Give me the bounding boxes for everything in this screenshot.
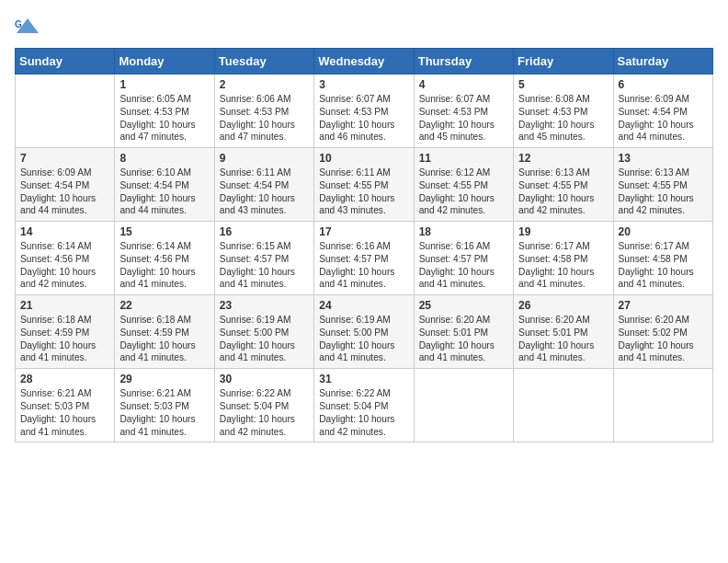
calendar-cell: 23Sunrise: 6:19 AM Sunset: 5:00 PM Dayli… [214, 295, 313, 369]
calendar-cell: 7Sunrise: 6:09 AM Sunset: 4:54 PM Daylig… [16, 148, 115, 222]
calendar-header-row: SundayMondayTuesdayWednesdayThursdayFrid… [16, 49, 713, 75]
day-info: Sunrise: 6:22 AM Sunset: 5:04 PM Dayligh… [220, 387, 309, 438]
calendar-cell: 27Sunrise: 6:20 AM Sunset: 5:02 PM Dayli… [613, 295, 712, 369]
calendar-cell: 19Sunrise: 6:17 AM Sunset: 4:58 PM Dayli… [514, 222, 613, 295]
calendar-week-row: 14Sunrise: 6:14 AM Sunset: 4:56 PM Dayli… [16, 222, 713, 295]
day-info: Sunrise: 6:13 AM Sunset: 4:55 PM Dayligh… [518, 167, 608, 217]
calendar-cell: 26Sunrise: 6:20 AM Sunset: 5:01 PM Dayli… [514, 295, 613, 369]
day-number: 7 [20, 152, 109, 165]
day-info: Sunrise: 6:20 AM Sunset: 5:01 PM Dayligh… [419, 314, 508, 364]
day-info: Sunrise: 6:21 AM Sunset: 5:03 PM Dayligh… [119, 387, 209, 438]
calendar-cell: 1Sunrise: 6:05 AM Sunset: 4:53 PM Daylig… [115, 75, 214, 148]
day-number: 24 [319, 299, 408, 312]
calendar-cell: 14Sunrise: 6:14 AM Sunset: 4:56 PM Dayli… [16, 222, 115, 295]
day-info: Sunrise: 6:17 AM Sunset: 4:58 PM Dayligh… [619, 240, 708, 291]
day-number: 26 [518, 299, 608, 312]
day-info: Sunrise: 6:19 AM Sunset: 5:00 PM Dayligh… [319, 314, 408, 364]
day-number: 15 [119, 225, 209, 238]
day-info: Sunrise: 6:07 AM Sunset: 4:53 PM Dayligh… [419, 93, 508, 144]
day-info: Sunrise: 6:07 AM Sunset: 4:53 PM Dayligh… [319, 93, 408, 144]
day-info: Sunrise: 6:12 AM Sunset: 4:55 PM Dayligh… [419, 167, 508, 217]
day-info: Sunrise: 6:11 AM Sunset: 4:54 PM Dayligh… [220, 167, 309, 217]
day-of-week-header: Friday [514, 49, 613, 75]
day-info: Sunrise: 6:18 AM Sunset: 4:59 PM Dayligh… [20, 314, 109, 364]
day-info: Sunrise: 6:22 AM Sunset: 5:04 PM Dayligh… [319, 387, 408, 438]
calendar-week-row: 1Sunrise: 6:05 AM Sunset: 4:53 PM Daylig… [16, 75, 713, 148]
day-number: 29 [119, 373, 209, 385]
day-number: 21 [20, 299, 109, 312]
calendar-cell: 15Sunrise: 6:14 AM Sunset: 4:56 PM Dayli… [115, 222, 214, 295]
day-info: Sunrise: 6:06 AM Sunset: 4:53 PM Dayligh… [220, 93, 309, 144]
calendar-cell: 25Sunrise: 6:20 AM Sunset: 5:01 PM Dayli… [414, 295, 513, 369]
calendar-cell: 8Sunrise: 6:10 AM Sunset: 4:54 PM Daylig… [115, 148, 214, 222]
calendar-cell: 30Sunrise: 6:22 AM Sunset: 5:04 PM Dayli… [214, 369, 313, 442]
day-number: 28 [20, 373, 109, 385]
calendar-cell: 20Sunrise: 6:17 AM Sunset: 4:58 PM Dayli… [613, 222, 712, 295]
day-info: Sunrise: 6:14 AM Sunset: 4:56 PM Dayligh… [20, 240, 109, 291]
calendar-cell: 29Sunrise: 6:21 AM Sunset: 5:03 PM Dayli… [115, 369, 214, 442]
day-number: 23 [220, 299, 309, 312]
calendar-cell: 3Sunrise: 6:07 AM Sunset: 4:53 PM Daylig… [314, 75, 414, 148]
day-of-week-header: Sunday [16, 49, 115, 75]
calendar-cell: 11Sunrise: 6:12 AM Sunset: 4:55 PM Dayli… [414, 148, 513, 222]
day-number: 5 [518, 78, 608, 91]
day-number: 8 [119, 152, 209, 165]
day-number: 17 [319, 225, 408, 238]
day-info: Sunrise: 6:09 AM Sunset: 4:54 PM Dayligh… [20, 167, 109, 217]
day-number: 14 [20, 225, 109, 238]
day-number: 6 [619, 78, 708, 91]
calendar-cell: 17Sunrise: 6:16 AM Sunset: 4:57 PM Dayli… [314, 222, 414, 295]
calendar-cell [16, 75, 115, 148]
day-info: Sunrise: 6:16 AM Sunset: 4:57 PM Dayligh… [319, 240, 408, 291]
calendar-cell: 24Sunrise: 6:19 AM Sunset: 5:00 PM Dayli… [314, 295, 414, 369]
calendar-cell: 12Sunrise: 6:13 AM Sunset: 4:55 PM Dayli… [514, 148, 613, 222]
day-number: 16 [220, 225, 309, 238]
calendar-cell: 2Sunrise: 6:06 AM Sunset: 4:53 PM Daylig… [214, 75, 313, 148]
calendar-cell [514, 369, 613, 442]
day-of-week-header: Saturday [613, 49, 712, 75]
day-number: 27 [619, 299, 708, 312]
day-info: Sunrise: 6:17 AM Sunset: 4:58 PM Dayligh… [518, 240, 608, 291]
calendar-cell: 6Sunrise: 6:09 AM Sunset: 4:54 PM Daylig… [613, 75, 712, 148]
day-number: 3 [319, 78, 408, 91]
day-number: 2 [220, 78, 309, 91]
day-info: Sunrise: 6:05 AM Sunset: 4:53 PM Dayligh… [119, 93, 209, 144]
day-info: Sunrise: 6:08 AM Sunset: 4:53 PM Dayligh… [518, 93, 608, 144]
calendar-cell: 16Sunrise: 6:15 AM Sunset: 4:57 PM Dayli… [214, 222, 313, 295]
calendar-cell: 22Sunrise: 6:18 AM Sunset: 4:59 PM Dayli… [115, 295, 214, 369]
day-of-week-header: Tuesday [214, 49, 313, 75]
day-number: 31 [319, 373, 408, 385]
calendar-cell: 10Sunrise: 6:11 AM Sunset: 4:55 PM Dayli… [314, 148, 414, 222]
day-info: Sunrise: 6:21 AM Sunset: 5:03 PM Dayligh… [20, 387, 109, 438]
day-info: Sunrise: 6:11 AM Sunset: 4:55 PM Dayligh… [319, 167, 408, 217]
day-info: Sunrise: 6:14 AM Sunset: 4:56 PM Dayligh… [119, 240, 209, 291]
day-number: 19 [518, 225, 608, 238]
calendar-cell [613, 369, 712, 442]
calendar-cell: 31Sunrise: 6:22 AM Sunset: 5:04 PM Dayli… [314, 369, 414, 442]
day-info: Sunrise: 6:16 AM Sunset: 4:57 PM Dayligh… [419, 240, 508, 291]
day-of-week-header: Wednesday [314, 49, 414, 75]
day-of-week-header: Thursday [414, 49, 513, 75]
day-number: 4 [419, 78, 508, 91]
calendar-cell: 5Sunrise: 6:08 AM Sunset: 4:53 PM Daylig… [514, 75, 613, 148]
logo-icon: G [15, 15, 40, 40]
calendar-table: SundayMondayTuesdayWednesdayThursdayFrid… [15, 48, 713, 442]
day-info: Sunrise: 6:09 AM Sunset: 4:54 PM Dayligh… [619, 93, 708, 144]
calendar-cell [414, 369, 513, 442]
day-number: 11 [419, 152, 508, 165]
day-number: 25 [419, 299, 508, 312]
calendar-cell: 18Sunrise: 6:16 AM Sunset: 4:57 PM Dayli… [414, 222, 513, 295]
calendar-cell: 9Sunrise: 6:11 AM Sunset: 4:54 PM Daylig… [214, 148, 313, 222]
calendar-cell: 13Sunrise: 6:13 AM Sunset: 4:55 PM Dayli… [613, 148, 712, 222]
day-info: Sunrise: 6:10 AM Sunset: 4:54 PM Dayligh… [119, 167, 209, 217]
day-number: 1 [119, 78, 209, 91]
calendar-cell: 21Sunrise: 6:18 AM Sunset: 4:59 PM Dayli… [16, 295, 115, 369]
day-number: 12 [518, 152, 608, 165]
logo: G [15, 15, 44, 40]
day-info: Sunrise: 6:15 AM Sunset: 4:57 PM Dayligh… [220, 240, 309, 291]
day-number: 9 [220, 152, 309, 165]
calendar-cell: 4Sunrise: 6:07 AM Sunset: 4:53 PM Daylig… [414, 75, 513, 148]
day-number: 22 [119, 299, 209, 312]
calendar-cell: 28Sunrise: 6:21 AM Sunset: 5:03 PM Dayli… [16, 369, 115, 442]
day-number: 20 [619, 225, 708, 238]
